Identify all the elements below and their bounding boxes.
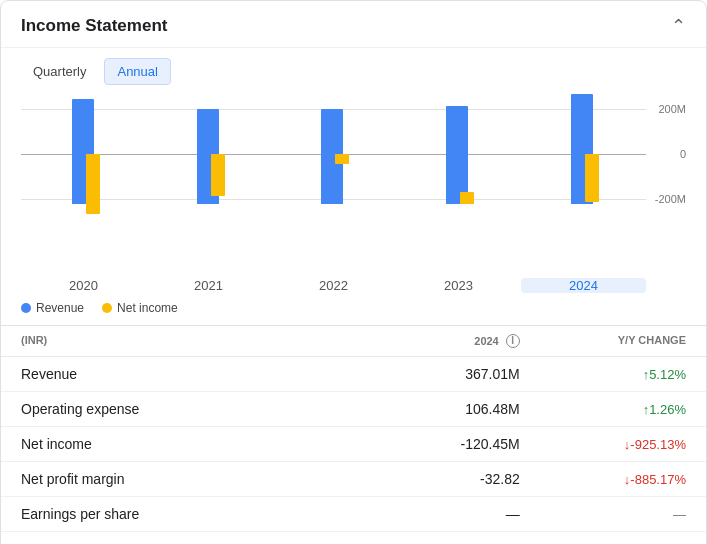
row-change-revenue: ↑5.12% [520,367,686,382]
row-change-netincome: ↓-925.13% [520,437,686,452]
page-title: Income Statement [21,16,167,36]
bar-netincome-2020 [86,154,100,214]
bar-group-2022 [270,99,395,259]
x-label-2022[interactable]: 2022 [271,278,396,293]
bar-netincome-2023 [460,192,474,204]
row-label-revenue: Revenue [21,366,354,382]
legend-netincome: Net income [102,301,178,315]
chart-legend: Revenue Net income [1,297,706,325]
table-row: Net profit margin -32.82 ↓-885.17% [1,462,706,497]
col-currency: (INR) [21,334,354,348]
bar-netincome-2022 [335,154,349,164]
row-label-netmargin: Net profit margin [21,471,354,487]
x-label-2023[interactable]: 2023 [396,278,521,293]
row-label-netincome: Net income [21,436,354,452]
row-value-opex: 106.48M [354,401,520,417]
table-row: Earnings per share — — [1,497,706,532]
tab-annual[interactable]: Annual [104,58,170,85]
y-label-0: 0 [680,148,686,160]
bars-area [21,99,644,259]
y-label-neg200m: -200M [655,193,686,205]
tab-quarterly[interactable]: Quarterly [21,59,98,84]
bar-revenue-2023 [446,106,468,204]
table-row: Net income -120.45M ↓-925.13% [1,427,706,462]
collapse-icon[interactable]: ⌃ [671,15,686,37]
row-value-netincome: -120.45M [354,436,520,452]
bar-group-2023 [395,99,520,259]
table-row: EBITDA 96.56M ↑43.39% [1,532,706,544]
bar-group-2024 [519,99,644,259]
row-label-opex: Operating expense [21,401,354,417]
x-label-2024[interactable]: 2024 [521,278,646,293]
row-change-opex: ↑1.26% [520,402,686,417]
table-row: Revenue 367.01M ↑5.12% [1,357,706,392]
x-label-2021[interactable]: 2021 [146,278,271,293]
bar-group-2021 [146,99,271,259]
legend-dot-netincome [102,303,112,313]
legend-label-revenue: Revenue [36,301,84,315]
row-value-revenue: 367.01M [354,366,520,382]
col-yy-change: Y/Y CHANGE [520,334,686,348]
row-change-netmargin: ↓-885.17% [520,472,686,487]
y-label-200m: 200M [658,103,686,115]
legend-revenue: Revenue [21,301,84,315]
income-chart: 200M 0 -200M [1,99,706,274]
x-label-2020[interactable]: 2020 [21,278,146,293]
table-header: (INR) 2024 i Y/Y CHANGE [1,326,706,357]
info-icon[interactable]: i [506,334,520,348]
income-table: (INR) 2024 i Y/Y CHANGE Revenue 367.01M … [1,325,706,544]
bar-group-2020 [21,99,146,259]
bar-netincome-2021 [211,154,225,196]
row-change-eps: — [520,507,686,522]
col-year: 2024 i [354,334,520,348]
row-value-netmargin: -32.82 [354,471,520,487]
table-row: Operating expense 106.48M ↑1.26% [1,392,706,427]
row-value-eps: — [354,506,520,522]
x-axis-labels: 2020 2021 2022 2023 2024 [1,274,706,297]
legend-label-netincome: Net income [117,301,178,315]
row-label-eps: Earnings per share [21,506,354,522]
legend-dot-revenue [21,303,31,313]
bar-netincome-2024 [585,154,599,202]
tab-bar: Quarterly Annual [1,48,706,91]
